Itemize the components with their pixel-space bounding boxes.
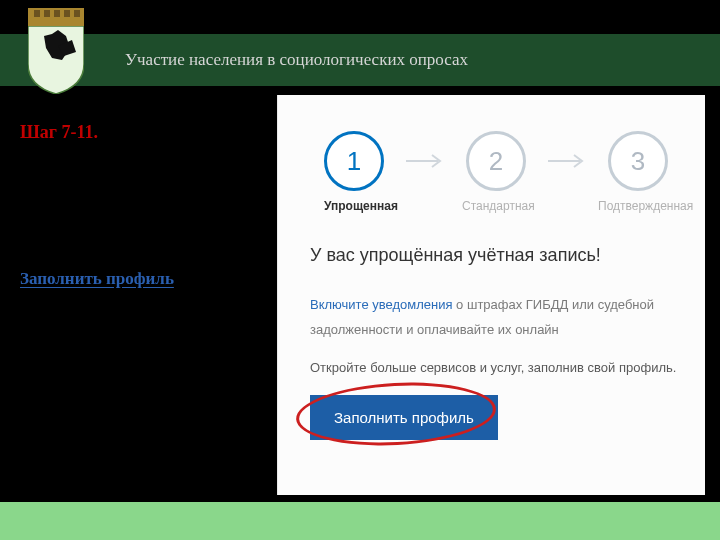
step-2-circle[interactable]: 2 [466,131,526,191]
steps-row: 1 2 3 [324,131,668,191]
fill-profile-button[interactable]: Заполнить профиль [310,395,498,440]
step-3-circle[interactable]: 3 [608,131,668,191]
svg-rect-1 [44,10,50,17]
page-title: Участие населения в социологических опро… [125,50,468,70]
crest-icon [28,8,84,94]
account-heading: У вас упрощённая учётная запись! [310,245,601,266]
enable-notifications-link[interactable]: Включите уведомления [310,297,453,312]
step-label: Шаг 7-11. [20,122,98,143]
step-2-label: Стандартная [462,199,522,213]
open-more-text: Откройте больше сервисов и услуг, заполн… [310,360,676,375]
fill-profile-link[interactable]: Заполнить профиль [20,269,174,289]
notify-text: Включите уведомления о штрафах ГИБДД или… [310,293,670,342]
step-labels: Упрощенная Стандартная Подтвержденная [324,199,664,213]
svg-rect-0 [34,10,40,17]
arrow-right-icon [406,154,444,168]
gosuslugi-screenshot: 1 2 3 Упрощенная Стандартная Подтвержден… [277,95,705,495]
slide: Участие населения в социологических опро… [0,0,720,540]
bottom-band [0,502,720,540]
arrow-right-icon [548,154,586,168]
step-1-label: Упрощенная [324,199,384,213]
step-3-label: Подтвержденная [598,199,688,213]
svg-rect-4 [74,10,80,17]
step-1-circle[interactable]: 1 [324,131,384,191]
svg-rect-3 [64,10,70,17]
svg-rect-2 [54,10,60,17]
